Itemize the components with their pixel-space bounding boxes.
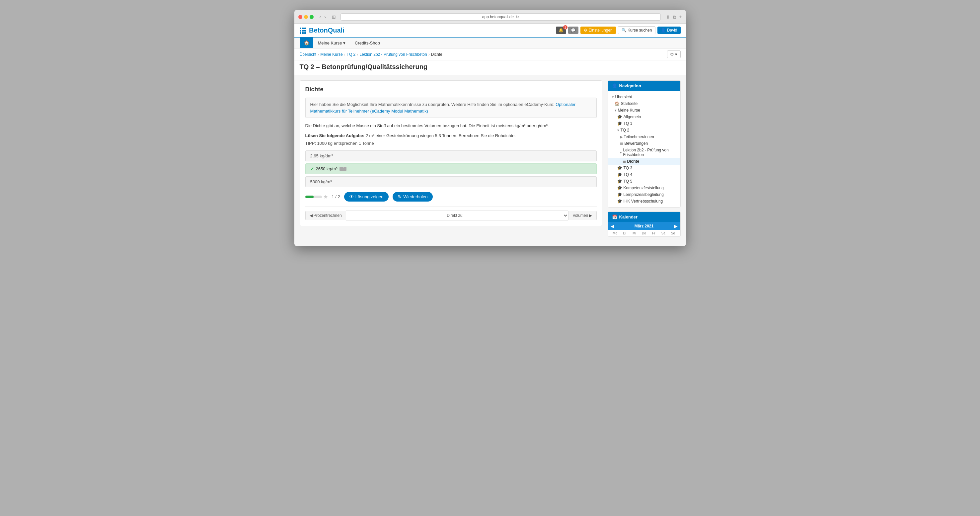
nav-item-allgemein[interactable]: 🎓 Allgemein <box>608 113 680 120</box>
forward-button[interactable]: › <box>323 14 327 20</box>
breadcrumb-meine-kurse[interactable]: Meine Kurse <box>320 52 342 57</box>
lesson-description: Die Dichte gibt an, welche Masse ein Sto… <box>305 123 597 129</box>
nav-item-dichte[interactable]: ☰ Dichte <box>608 158 680 165</box>
page-settings-button[interactable]: ⚙ ▾ <box>667 51 681 58</box>
lesson-title: Dichte <box>305 86 597 93</box>
hint-text: TIPP: 1000 kg entsprechen 1 Tonne <box>305 141 597 146</box>
nav-item-tq4[interactable]: 🎓 TQ 4 <box>608 171 680 178</box>
breadcrumb-current: Dichte <box>431 52 442 57</box>
messages-button[interactable]: 💬 <box>568 27 578 34</box>
close-button[interactable] <box>298 15 302 19</box>
cal-day-do: Do <box>640 231 649 235</box>
check-icon: ✓ <box>310 166 314 171</box>
chevron-down-icon-3: ▾ <box>617 128 619 132</box>
calendar-widget: 📅 Kalender ◀ März 2021 ▶ Mo Di Mi Do Fr … <box>608 212 681 237</box>
logo-plain: Beton <box>309 27 328 34</box>
navigation-widget: 👤 Navigation ▾ Übersicht 🏠 Startseite ▾ … <box>608 80 681 207</box>
nav-item-tq2[interactable]: ▾ TQ 2 <box>608 127 680 134</box>
sidebar-toggle-button[interactable]: ⊞ <box>330 14 338 20</box>
lesson-nav: ◀ Prozentrechnen Direkt zu: Volumen ▶ <box>305 206 597 220</box>
course-icon-tq3: 🎓 <box>617 166 622 170</box>
show-answer-button[interactable]: 👁 Lösung zeigen <box>344 192 389 202</box>
credits-shop-nav[interactable]: Credits-Shop <box>350 38 385 48</box>
nav-item-lektion2b2[interactable]: ▾ Lektion 2b2 - Prüfung von Frischbeton <box>608 147 680 158</box>
cal-day-fr: Fr <box>649 231 658 235</box>
notifications-button[interactable]: 🔔 1 <box>556 27 566 34</box>
course-icon-lernprozess: 🎓 <box>617 192 622 197</box>
answer-text-2: 2650 kg/m³ <box>316 166 337 171</box>
nav-buttons: ‹ › <box>318 14 327 20</box>
nav-item-bewertungen[interactable]: ☰ Bewertungen <box>608 140 680 147</box>
course-icon-allgemein: 🎓 <box>617 115 622 119</box>
repeat-button[interactable]: ↻ Wiederholen <box>393 192 433 202</box>
calendar-month: März 2021 <box>635 224 654 228</box>
minimize-button[interactable] <box>304 15 308 19</box>
reload-button[interactable]: ↻ <box>516 14 519 19</box>
repeat-icon: ↻ <box>398 194 402 199</box>
chrome-actions: ⬆ ⧉ <box>666 14 676 20</box>
chevron-down-icon-4: ▾ <box>620 150 622 155</box>
course-search-button[interactable]: 🔍 Kurse suchen <box>618 26 656 34</box>
address-bar[interactable]: app.betonquali.de ↻ <box>340 13 661 21</box>
meine-kurse-nav[interactable]: Meine Kurse ▾ <box>313 38 350 48</box>
calendar-prev-button[interactable]: ◀ <box>611 223 614 229</box>
new-tab-button[interactable]: + <box>679 14 682 20</box>
browser-window: ‹ › ⊞ app.betonquali.de ↻ ⬆ ⧉ + BetonQua… <box>294 10 686 246</box>
nav-item-ihk[interactable]: 🎓 IHK Vertriebsschulung <box>608 198 680 205</box>
info-text: Hier haben Sie die Möglichkeit Ihre Math… <box>310 102 555 107</box>
header-actions: 🔔 1 💬 ⚙ Einstellungen 🔍 Kurse suchen 👤 D… <box>556 26 680 34</box>
task-label: Lösen Sie folgende Aufgabe: <box>305 133 365 138</box>
settings-button[interactable]: ⚙ Einstellungen <box>581 27 616 34</box>
nav-item-meine-kurse[interactable]: ▾ Meine Kurse <box>608 107 680 113</box>
breadcrumb: Übersicht › Meine Kurse › TQ 2 › Lektion… <box>300 52 442 57</box>
prev-lesson-button[interactable]: ◀ Prozentrechnen <box>305 211 346 220</box>
navigation-widget-icon: 👤 <box>612 83 617 88</box>
nav-item-kompetenz[interactable]: 🎓 Kompetenzfeststellung <box>608 185 680 191</box>
calendar-next-button[interactable]: ▶ <box>674 223 678 229</box>
breadcrumb-lektion[interactable]: Lektion 2b2 - Prüfung von Frischbeton <box>360 52 427 57</box>
course-icon-tq5: 🎓 <box>617 179 622 184</box>
progress-fill <box>305 196 313 198</box>
answer-option-3[interactable]: 5300 kg/m³ <box>305 176 597 187</box>
breadcrumb-bar: Übersicht › Meine Kurse › TQ 2 › Lektion… <box>294 48 686 61</box>
page-title-bar: TQ 2 – Betonprüfung/Qualitätssicherung <box>294 61 686 75</box>
info-box: Hier haben Sie die Möglichkeit Ihre Math… <box>305 98 597 118</box>
cal-day-so: So <box>668 231 677 235</box>
breadcrumb-tq2[interactable]: TQ 2 <box>347 52 356 57</box>
logo: BetonQuali <box>300 27 344 34</box>
answer-text-3: 5300 kg/m³ <box>310 179 332 184</box>
cal-day-di: Di <box>620 231 629 235</box>
cal-day-mi: Mi <box>630 231 639 235</box>
maximize-button[interactable] <box>310 15 313 19</box>
calendar-days-header: Mo Di Mi Do Fr Sa So <box>608 230 680 236</box>
progress-bar <box>305 196 322 198</box>
navigation-widget-header: 👤 Navigation <box>608 81 680 91</box>
nav-item-lernprozess[interactable]: 🎓 Lernprozessbegleitung <box>608 191 680 198</box>
cal-day-sa: Sa <box>659 231 668 235</box>
browser-chrome: ‹ › ⊞ app.betonquali.de ↻ ⬆ ⧉ + <box>294 10 686 24</box>
task-content: 2 m³ einer Gesteinskörnung wiegen 5,3 To… <box>366 133 516 138</box>
logo-bold: Quali <box>328 27 344 34</box>
nav-item-uebersicht[interactable]: ▾ Übersicht <box>608 94 680 100</box>
nav-item-startseite[interactable]: 🏠 Startseite <box>608 100 680 107</box>
main-content: Dichte Hier haben Sie die Möglichkeit Ih… <box>294 75 686 246</box>
user-menu-button[interactable]: 👤 David <box>657 27 680 34</box>
next-lesson-button[interactable]: Volumen ▶ <box>568 211 597 220</box>
course-icon-tq1: 🎓 <box>617 121 622 126</box>
nav-item-tq3[interactable]: 🎓 TQ 3 <box>608 165 680 171</box>
new-window-button[interactable]: ⧉ <box>673 14 676 20</box>
nav-item-tq1[interactable]: 🎓 TQ 1 <box>608 120 680 127</box>
breadcrumb-uebersicht[interactable]: Übersicht <box>300 52 317 57</box>
home-nav-button[interactable]: 🏠 <box>300 38 313 48</box>
answer-option-2[interactable]: ✓ 2650 kg/m³ +1 <box>305 163 597 174</box>
plus-badge: +1 <box>339 167 347 171</box>
answer-option-1[interactable]: 2,65 kg/dm³ <box>305 150 597 161</box>
page-title: TQ 2 – Betonprüfung/Qualitätssicherung <box>300 63 681 71</box>
progress-bar-wrap: ★ <box>305 194 328 200</box>
nav-item-tq5[interactable]: 🎓 TQ 5 <box>608 178 680 185</box>
chevron-down-icon-2: ▾ <box>615 108 617 113</box>
back-button[interactable]: ‹ <box>318 14 323 20</box>
lesson-select[interactable]: Direkt zu: <box>346 210 568 220</box>
share-button[interactable]: ⬆ <box>666 14 670 20</box>
nav-item-teilnehmer[interactable]: ▶ Teilnehmer/innen <box>608 134 680 140</box>
